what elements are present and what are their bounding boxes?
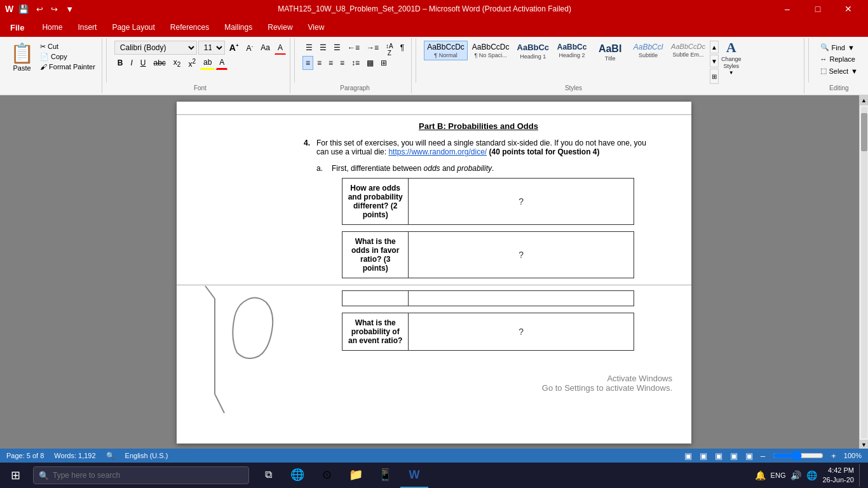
strikethrough-btn[interactable]: abc [151, 56, 169, 70]
style-normal[interactable]: AaBbCcDc ¶ Normal [424, 41, 468, 60]
viber-app[interactable]: 📱 [371, 463, 399, 488]
pagelayout-menu[interactable]: Page Layout [104, 18, 162, 37]
cut-button[interactable]: ✂ Cut [37, 42, 98, 51]
bold-btn[interactable]: B [114, 56, 126, 70]
find-btn[interactable]: 🔍 Find ▼ [817, 42, 862, 53]
view-web-btn[interactable]: ▣ [715, 451, 722, 461]
review-menu[interactable]: Review [260, 18, 300, 37]
style-subtitle[interactable]: AaBbCcl Subtitle [630, 41, 667, 60]
close-btn[interactable]: ✕ [834, 0, 863, 18]
font-name-select[interactable]: Calibri (Body) [114, 41, 197, 55]
select-btn[interactable]: ⬚ Select ▼ [817, 65, 862, 76]
file-menu[interactable]: File [0, 18, 34, 37]
handwriting-drawing [183, 280, 285, 419]
table1-answer-cell[interactable]: ? [409, 179, 634, 225]
spell-check-icon[interactable]: 🔍 [106, 452, 115, 460]
change-styles-btn[interactable]: A ChangeStyles ▼ [721, 39, 742, 76]
undo-quick-btn[interactable]: ↩ [34, 3, 46, 15]
more-quick-btn[interactable]: ▼ [63, 3, 76, 15]
language-indicator[interactable]: English (U.S.) [125, 452, 168, 459]
dice-link[interactable]: https://www.random.org/dice/ [388, 147, 487, 156]
show-desktop-btn[interactable] [859, 464, 863, 487]
mailings-menu[interactable]: Mailings [217, 18, 260, 37]
text-highlight-btn[interactable]: ab [200, 56, 215, 70]
paste-button[interactable]: 📋 Paste [6, 39, 37, 74]
align-right-btn[interactable]: ≡ [325, 56, 336, 70]
minimize-btn[interactable]: – [773, 0, 802, 18]
italic-btn[interactable]: I [127, 56, 135, 70]
clock[interactable]: 4:42 PM 26-Jun-20 [822, 466, 854, 485]
chrome-app[interactable]: ⊙ [313, 463, 341, 488]
table-3 [342, 290, 634, 306]
scroll-thumb[interactable] [861, 113, 867, 151]
style-heading1[interactable]: AaBbCc Heading 1 [514, 41, 553, 62]
subscript-btn[interactable]: x2 [170, 56, 184, 70]
change-case-btn[interactable]: Aa [257, 41, 273, 55]
copy-button[interactable]: 📄 Copy [37, 52, 98, 62]
replace-btn[interactable]: ↔ Replace [817, 54, 862, 64]
styles-more-btn[interactable]: ⊞ [710, 69, 719, 84]
zoom-in-btn[interactable]: + [831, 451, 836, 461]
align-left-btn[interactable]: ≡ [302, 56, 313, 70]
borders-btn[interactable]: ⊞ [377, 56, 390, 70]
word-app[interactable]: W [400, 463, 428, 488]
table3-answer-cell[interactable] [409, 291, 634, 306]
insert-menu[interactable]: Insert [70, 18, 104, 37]
word-count: Words: 1,192 [54, 452, 95, 459]
style-no-spacing[interactable]: AaBbCcDc ¶ No Spaci... [469, 41, 513, 60]
table2-answer-cell[interactable]: ? [409, 232, 634, 278]
zoom-slider[interactable] [773, 451, 824, 461]
table4-answer-cell[interactable]: ? [409, 313, 634, 351]
taskbar-search-box[interactable]: 🔍 [33, 466, 249, 484]
styles-scroll-up[interactable]: ▲ [710, 41, 719, 53]
numbering-btn[interactable]: ☰ [316, 41, 330, 55]
line-spacing-btn[interactable]: ↕≡ [348, 56, 363, 70]
underline-btn[interactable]: U [137, 56, 149, 70]
justify-btn[interactable]: ≡ [337, 56, 348, 70]
sort-btn[interactable]: ↕AZ [383, 41, 397, 55]
styles-scroll-down[interactable]: ▼ [710, 55, 719, 67]
style-title[interactable]: AaBI Title [592, 41, 628, 64]
redo-quick-btn[interactable]: ↪ [48, 3, 60, 15]
grow-font-btn[interactable]: A+ [226, 41, 242, 55]
language-tray-icon[interactable]: ENG [771, 471, 786, 479]
show-marks-btn[interactable]: ¶ [397, 41, 407, 55]
style-subtleem-preview: AaBbCcDc [671, 43, 705, 51]
start-button[interactable]: ⊞ [0, 463, 31, 488]
scroll-up-btn[interactable]: ▲ [860, 95, 869, 105]
taskview-btn[interactable]: ⧉ [254, 463, 282, 488]
taskbar-search-input[interactable] [53, 471, 243, 480]
view-draft-btn[interactable]: ▣ [745, 451, 753, 461]
bullets-btn[interactable]: ☰ [302, 41, 316, 55]
format-painter-button[interactable]: 🖌 Format Painter [37, 62, 98, 71]
save-quick-btn[interactable]: 💾 [16, 3, 31, 15]
paste-label: Paste [13, 64, 31, 72]
align-center-btn[interactable]: ≡ [314, 56, 325, 70]
select-icon: ⬚ [820, 67, 827, 75]
view-outline-btn[interactable]: ▣ [730, 451, 738, 461]
home-menu[interactable]: Home [34, 18, 70, 37]
font-size-select[interactable]: 11 [198, 41, 225, 55]
maximize-btn[interactable]: □ [803, 0, 832, 18]
font-group: Calibri (Body) 11 A+ A- Aa A B I U abc x… [111, 38, 290, 93]
references-menu[interactable]: References [163, 18, 217, 37]
view-full-btn[interactable]: ▣ [700, 451, 707, 461]
superscript-btn[interactable]: x2 [185, 56, 199, 70]
style-subtle-em[interactable]: AaBbCcDc Subtle Em... [668, 41, 709, 60]
fileexplorer-app[interactable]: 📁 [342, 463, 370, 488]
clear-format-btn[interactable]: A [275, 41, 286, 55]
view-print-btn[interactable]: ▣ [684, 451, 692, 461]
shading-btn[interactable]: ▩ [363, 56, 377, 70]
word-logo-icon: W [5, 4, 13, 14]
font-color-btn[interactable]: A [216, 56, 227, 70]
edge-app[interactable]: 🌐 [283, 463, 311, 488]
vertical-scrollbar[interactable]: ▲ ▼ [859, 95, 868, 450]
style-heading2[interactable]: AaBbCc Heading 2 [553, 41, 590, 60]
view-menu[interactable]: View [301, 18, 332, 37]
shrink-font-btn[interactable]: A- [243, 41, 257, 55]
zoom-out-btn[interactable]: – [761, 451, 765, 461]
multilevel-btn[interactable]: ☰ [330, 41, 344, 55]
volume-icon: 🔊 [790, 470, 801, 480]
decrease-indent-btn[interactable]: ←≡ [344, 41, 363, 55]
increase-indent-btn[interactable]: →≡ [363, 41, 382, 55]
